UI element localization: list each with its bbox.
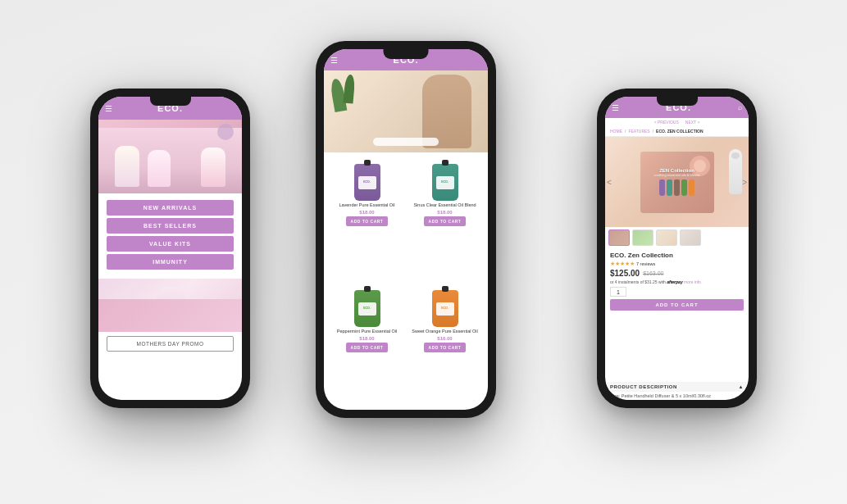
bottle-label-green: ECO. [358,302,376,316]
menu-icon-right[interactable]: ☰ [612,103,619,112]
figure-3 [201,148,225,187]
screen-right: ☰ ECO. ⌕ < PREVIOUS NEXT > HOME / FEATUR… [605,97,749,400]
carousel-prev-arrow[interactable]: < [607,178,612,187]
product-name-peppermint: Peppermint Pure Essential Oil [337,329,397,334]
zen-bottle-2 [667,179,672,196]
zen-box-content: ZEN Collection soothing essential oils &… [651,165,704,199]
promo-image-left [98,279,242,332]
thumb-1[interactable] [608,229,630,246]
zen-bottle-3 [674,179,680,196]
thumb-4[interactable] [680,229,701,246]
nav-buttons-left: NEW ARRIVALS BEST SELLERS VALUE KITS IMM… [98,193,242,276]
bottle-cap-teal [442,160,449,166]
zen-bottle-5 [689,179,694,196]
zen-bottles [654,179,700,196]
bottle-green: ECO. [354,290,380,327]
add-to-cart-lavender[interactable]: ADD TO CART [346,216,389,226]
bottle-label-orange: ECO. [436,302,454,316]
menu-icon-left[interactable]: ☰ [105,104,112,113]
thumb-2[interactable] [632,229,653,246]
zen-bottle-4 [681,179,687,196]
bottle-body-lavender: ECO. [354,164,380,201]
next-link[interactable]: NEXT > [685,120,700,125]
bottle-cap-lavender [364,160,371,166]
breadcrumb-home[interactable]: HOME [610,129,622,134]
bottle-cap-green [364,286,371,292]
bottle-cap-orange [442,286,449,292]
qty-input[interactable]: 1 [610,287,626,297]
breadcrumb-features[interactable]: FEATURES [628,129,649,134]
search-icon-right[interactable]: ⌕ [738,103,742,111]
bottle-teal: ECO. [432,164,458,201]
phone-left: ☰ ECO. NEW ARRIVALS [90,89,250,408]
plant-2 [343,75,355,104]
decor-circle [217,124,234,140]
product-price-peppermint: $18.00 [359,336,374,341]
breadcrumb-right: HOME / FEATURES / ECO. ZEN COLLECTION [605,126,749,137]
nav-btn-best-sellers[interactable]: BEST SELLERS [107,218,234,234]
add-to-cart-orange[interactable]: ADD TO CART [424,343,467,352]
figure-2 [148,150,171,187]
review-count[interactable]: 7 reviews [636,261,655,266]
product-name-lavender: Lavender Pure Essential Oil [339,202,394,208]
product-title: ECO. Zen Collection [610,252,744,259]
product-hero-image: ZEN Collection soothing essential oils &… [605,137,749,227]
banner-bg [324,70,488,152]
product-orange: ECO. Sweet Orange Pure Essential Oil $16… [408,284,481,405]
current-price: $125.00 [610,269,640,278]
prev-next-nav: < PREVIOUS NEXT > [605,118,749,126]
price-row: $125.00 $163.00 [610,269,744,278]
product-price-sinus: $18.00 [437,210,452,215]
zen-bottle-1 [659,179,665,196]
phone-right: ☰ ECO. ⌕ < PREVIOUS NEXT > HOME / FEATUR… [597,89,757,408]
promo-figure [156,287,184,332]
add-cart-main-btn[interactable]: ADD TO CART [610,299,744,311]
product-name-orange: Sweet Orange Pure Essential Oil [412,329,477,334]
zen-subtitle: soothing essential oils & blends [654,173,700,177]
bottle-orange: ECO. [432,290,458,327]
diffuser-device [729,149,742,194]
product-price-orange: $16.00 [437,336,452,341]
hero-image-left [98,120,242,193]
nav-btn-immunity[interactable]: IMMUNITY [107,254,234,270]
promo-product [213,307,230,328]
search-bar-center[interactable] [373,138,439,146]
zen-collection-box: ZEN Collection soothing essential oils &… [640,152,714,213]
product-price-lavender: $18.00 [359,210,374,215]
product-desc-header[interactable]: PRODUCT DESCRIPTION ▲ [605,382,749,392]
bottle-body-green: ECO. [354,290,380,327]
product-lavender: ECO. Lavender Pure Essential Oil $18.00 … [330,157,403,279]
thumb-3[interactable] [656,229,677,246]
add-to-cart-peppermint[interactable]: ADD TO CART [346,343,389,352]
screen-center: ☰ ECO. [324,49,488,410]
expand-icon: ▲ [739,384,744,389]
product-detail: ECO. Zen Collection ★★★★★ 7 reviews $125… [605,248,749,382]
carousel-next-arrow[interactable]: > [742,178,747,187]
notch-left [150,97,191,106]
hero-banner-center [324,70,488,152]
products-grid: ECO. Lavender Pure Essential Oil $18.00 … [324,152,488,410]
menu-icon-center[interactable]: ☰ [330,56,338,65]
nav-btn-value-kits[interactable]: VALUE KITS [107,236,234,252]
stars-row: ★★★★★ 7 reviews [610,261,744,267]
afterpay-more[interactable]: more info [684,279,701,284]
stars-icon: ★★★★★ [610,261,635,267]
prev-link[interactable]: < PREVIOUS [654,120,679,125]
mothers-day-btn[interactable]: MOTHERS DAY PROMO [107,336,234,352]
nav-btn-new-arrivals[interactable]: NEW ARRIVALS [107,200,234,216]
bottle-label-teal: ECO. [436,176,454,189]
notch-right [657,97,698,106]
screen-left: ☰ ECO. NEW ARRIVALS [98,97,242,400]
add-to-cart-sinus[interactable]: ADD TO CART [424,216,467,226]
notch-center [384,49,429,59]
bottle-body-teal: ECO. [432,164,458,201]
bottle-lavender: ECO. [354,164,380,201]
bottle-body-orange: ECO. [432,290,458,327]
phone-center: ☰ ECO. [316,41,496,418]
breadcrumb-current: ECO. ZEN COLLECTION [656,129,704,134]
phones-container: ☰ ECO. NEW ARRIVALS [0,0,847,504]
thumbnail-strip [605,227,749,248]
afterpay-row: or 4 instalments of $31.25 with afterpay… [610,279,744,284]
figure-1 [115,146,139,187]
diffuser-top [731,152,740,159]
